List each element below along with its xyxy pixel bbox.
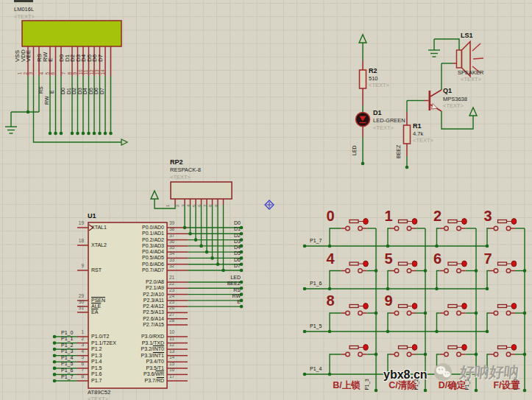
junction-dot <box>53 354 57 357</box>
mcu-pin-number: 26 <box>169 306 174 311</box>
lcd-screen[interactable] <box>22 21 121 46</box>
terminal-arrow-icon <box>121 139 127 145</box>
lcd-wire-net-label: D4 <box>82 88 88 94</box>
junction-dot <box>87 132 91 136</box>
transistor-q1-symbol[interactable] <box>429 91 431 110</box>
mcu-pin-number: 15 <box>169 362 174 367</box>
mcu-pin-name: P2.1/A9 <box>113 285 164 290</box>
key-actuator[interactable] <box>363 345 369 351</box>
power-terminal-icon <box>469 108 477 116</box>
bus-net-label: D7 <box>219 263 241 268</box>
mcu-p1-net-label: P1_7 <box>61 374 73 379</box>
key-actuator[interactable] <box>412 219 417 225</box>
keypad-legend-label: F/设置 <box>476 381 532 390</box>
button-terminal <box>506 226 511 231</box>
button-terminal <box>346 269 350 273</box>
d1-text-placeholder: <TEXT> <box>373 125 394 131</box>
junction-dot <box>386 287 390 291</box>
mcu-pin-number: 4 <box>74 349 84 354</box>
keypad-row-net-label: P1_7 <box>310 238 322 243</box>
mcu-pin-number: 38 <box>169 227 174 232</box>
key-actuator[interactable] <box>462 345 467 351</box>
key-actuator[interactable] <box>363 261 369 267</box>
mcu-p1-net-label: P1_5 <box>61 361 73 366</box>
junction-dot <box>386 330 390 334</box>
key-actuator[interactable] <box>462 219 467 225</box>
button-terminal <box>494 311 498 315</box>
key-actuator[interactable] <box>412 261 417 267</box>
junction-dot <box>221 269 225 273</box>
speaker-symbol[interactable] <box>457 50 462 68</box>
respack-pin-number: 7 <box>203 205 208 207</box>
mcu-pin-name: P3.1/TXD <box>113 340 164 345</box>
mcu-pin-name: P1.2 <box>91 346 102 351</box>
button-terminal <box>444 352 449 357</box>
lcd-wire-net-label: D5 <box>88 88 93 94</box>
junction-dot <box>199 245 203 248</box>
key-actuator[interactable] <box>511 219 517 225</box>
mcu-pin-number: 14 <box>169 355 174 360</box>
key-actuator[interactable] <box>511 261 517 267</box>
mcu-pin-name: ALE <box>91 303 101 309</box>
respack-pin-number: 6 <box>197 205 202 207</box>
wire <box>330 354 341 374</box>
key-actuator[interactable] <box>511 345 517 351</box>
button-terminal <box>494 226 498 231</box>
mcu-pin-name: P2.3/A11 <box>113 298 164 303</box>
keypad-digit-label: 2 <box>432 208 444 223</box>
key-actuator[interactable] <box>511 303 517 309</box>
respack-pin-number: 8 <box>208 205 213 207</box>
key-actuator[interactable] <box>363 219 369 225</box>
r1-value-label: 4.7k <box>413 131 423 137</box>
junction-dot <box>361 162 365 166</box>
mcu-pin-number: 24 <box>169 294 174 299</box>
junction-dot <box>328 330 332 334</box>
wire <box>388 313 390 331</box>
keypad-row-net-label: P1_4 <box>310 366 322 371</box>
mcu-pin-name: P2.7/A15 <box>113 322 164 327</box>
junction-dot <box>54 132 57 136</box>
respack-ref-label: RP2 <box>170 159 183 166</box>
button-terminal <box>358 226 363 231</box>
button-terminal <box>457 269 461 273</box>
mcu-pin-number: 33 <box>169 258 174 263</box>
keypad-digit-label: 7 <box>482 251 494 266</box>
d1-ref-label: D1 <box>373 110 382 116</box>
d1-value-label: LED-GREEN <box>373 118 405 124</box>
button-actuator-bar <box>498 346 507 349</box>
resistor-r1-body[interactable] <box>404 125 411 144</box>
mcu-pin-number: 39 <box>169 221 174 226</box>
junction-dot <box>303 287 307 291</box>
net-label-beez: BEEZ <box>396 145 401 158</box>
r2-ref-label: R2 <box>369 68 377 74</box>
respack-body[interactable] <box>171 182 232 199</box>
lcd-pin-number: 13 <box>95 69 100 74</box>
lcd-ref-clipped <box>14 0 33 2</box>
key-actuator[interactable] <box>363 303 369 309</box>
mcu-pin-number: 8 <box>74 374 84 379</box>
mcu-pin-name: P0.2/AD2 <box>113 237 164 242</box>
key-actuator[interactable] <box>462 261 467 267</box>
button-terminal <box>457 311 461 315</box>
key-actuator[interactable] <box>462 303 467 309</box>
lcd-pin-number: 11 <box>84 69 89 74</box>
wire <box>388 228 390 246</box>
button-actuator-bar <box>498 220 507 223</box>
mcu-pin-number: 1 <box>74 330 84 335</box>
button-actuator-bar <box>399 346 408 349</box>
bus-net-label: D2 <box>219 233 241 238</box>
keypad-digit-label: 6 <box>432 251 444 266</box>
mcu-pin-name: P3.6/WR <box>113 371 164 376</box>
key-actuator[interactable] <box>412 345 417 351</box>
mcu-pin-name: P0.0/AD0 <box>113 225 164 230</box>
mcu-pin-number: 37 <box>169 234 174 239</box>
watermark-brand: 好呐好呐 <box>459 365 519 379</box>
respack-pin-number: 3 <box>181 205 185 207</box>
key-actuator[interactable] <box>412 303 417 309</box>
lcd-pin-number: 4 <box>40 71 45 74</box>
resistor-r2-body[interactable] <box>360 70 366 88</box>
bus-net-label: D5 <box>219 250 241 256</box>
mcu-pin-name: P1.7 <box>91 378 102 383</box>
wire <box>330 228 341 246</box>
mcu-pin-name: P1.3 <box>91 353 102 358</box>
